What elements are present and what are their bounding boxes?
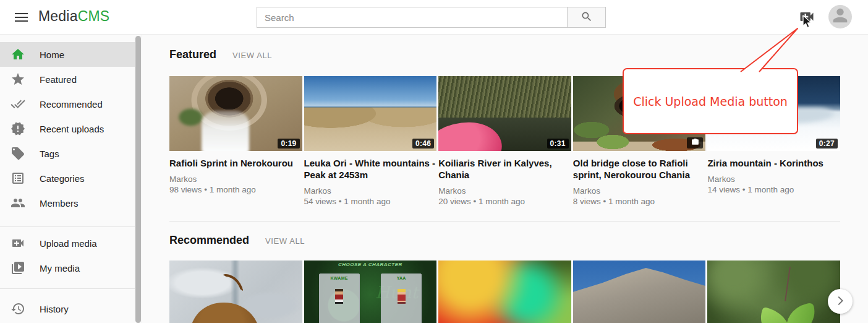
media-card <box>438 261 571 323</box>
media-card: 0:46 Leuka Ori - White mountains - Peak … <box>304 76 437 207</box>
sidebar-item-home[interactable]: Home <box>0 42 135 67</box>
thumb-heading-text: CHOOSE A CHARACTER <box>304 262 437 267</box>
search-input[interactable] <box>257 7 567 28</box>
sidebar-item-label: History <box>40 304 69 314</box>
duration-badge: 0:27 <box>816 139 838 149</box>
tooltip-text: Click Upload Media button <box>633 95 788 108</box>
menu-toggle-button[interactable] <box>9 5 33 30</box>
media-card <box>573 261 706 323</box>
carousel-next-button[interactable] <box>828 289 853 314</box>
media-author: Markos <box>169 174 302 184</box>
sidebar-item-label: Recent uploads <box>40 124 104 134</box>
sidebar-item-upload-media[interactable]: Upload media <box>0 231 135 256</box>
media-author: Markos <box>438 186 571 196</box>
sidebar-item-members[interactable]: Members <box>0 191 135 215</box>
media-card: 0:31 Koiliaris River in Kalyves, Chania … <box>438 76 571 207</box>
media-card: 0:19 Rafioli Sprint in Nerokourou Markos… <box>169 76 302 207</box>
sidebar-item-label: Home <box>40 50 64 60</box>
star-icon <box>11 72 25 87</box>
sidebar-item-label: Categories <box>40 173 85 184</box>
media-author: Markos <box>707 174 840 184</box>
sidebar-divider <box>0 288 135 289</box>
video-thumbnail[interactable]: 0:46 <box>304 76 437 151</box>
sidebar-scrollbar-thumb[interactable] <box>135 36 141 323</box>
sidebar-divider <box>0 226 135 227</box>
tooltip-pointer <box>711 24 816 73</box>
video-thumbnail[interactable]: Hunt CHOOSE A CHARACTER KWAME YAA Select… <box>304 261 437 323</box>
media-card <box>707 261 840 323</box>
video-thumbnail[interactable] <box>169 261 302 323</box>
photo-badge <box>687 137 703 149</box>
video-thumbnail[interactable] <box>573 261 706 323</box>
recommended-cards-row: Hunt CHOOSE A CHARACTER KWAME YAA Select… <box>169 261 840 323</box>
people-icon <box>11 196 25 210</box>
media-author: Markos <box>573 186 706 196</box>
character-panel-left: KWAME <box>319 273 360 323</box>
search-icon <box>581 11 593 25</box>
media-card: Hunt CHOOSE A CHARACTER KWAME YAA Select… <box>304 261 437 323</box>
list-alt-icon <box>11 171 25 186</box>
video-thumbnail[interactable] <box>438 261 571 323</box>
duration-badge: 0:19 <box>278 139 299 149</box>
sidebar-item-recent-uploads[interactable]: Recent uploads <box>0 116 135 141</box>
home-icon <box>11 47 25 62</box>
new-releases-icon <box>11 121 25 136</box>
section-title-recommended: Recommended <box>169 234 249 247</box>
media-meta: 14 views • 1 month ago <box>707 184 840 196</box>
media-title[interactable]: Leuka Ori - White mountains - Peak at 24… <box>304 157 437 181</box>
media-title[interactable]: Rafioli Sprint in Nerokourou <box>169 157 302 169</box>
recommended-section-header: Recommended VIEW ALL <box>169 234 868 248</box>
media-meta: 54 views • 1 month ago <box>304 196 437 207</box>
tooltip-callout: Click Upload Media button <box>623 68 798 134</box>
app-logo[interactable]: MediaCMS <box>38 8 109 25</box>
logo-cms-text: CMS <box>78 8 110 24</box>
video-thumbnail[interactable] <box>707 261 840 323</box>
media-author: Markos <box>304 186 437 196</box>
sidebar-item-label: Recommended <box>40 99 103 110</box>
media-meta: 8 views • 1 month ago <box>573 196 706 207</box>
media-title[interactable]: Koiliaris River in Kalyves, Chania <box>438 157 571 181</box>
video-call-icon <box>11 236 25 251</box>
sidebar-item-tags[interactable]: Tags <box>0 141 135 166</box>
tag-icon <box>11 146 25 161</box>
video-library-icon <box>11 261 25 275</box>
sidebar: Home Featured Recommended Recent uploads… <box>0 35 135 323</box>
sidebar-item-categories[interactable]: Categories <box>0 166 135 191</box>
media-card <box>169 261 302 323</box>
history-icon <box>11 301 25 316</box>
featured-view-all-link[interactable]: VIEW ALL <box>232 51 272 60</box>
camera-icon <box>691 137 699 149</box>
duration-badge: 0:46 <box>412 139 434 149</box>
chevron-right-icon <box>833 294 847 309</box>
search-bar <box>257 7 606 28</box>
sidebar-item-recommended[interactable]: Recommended <box>0 92 135 116</box>
sidebar-item-featured[interactable]: Featured <box>0 67 135 92</box>
double-check-icon <box>11 97 25 111</box>
media-title[interactable]: Ziria mountain - Korinthos <box>707 157 840 169</box>
sidebar-item-my-media[interactable]: My media <box>0 256 135 280</box>
duration-badge: 0:31 <box>547 139 569 149</box>
media-meta: 98 views • 1 month ago <box>169 184 302 196</box>
sidebar-item-history[interactable]: History <box>0 296 135 321</box>
sidebar-item-label: Upload media <box>40 238 97 249</box>
media-title[interactable]: Old bridge close to Rafioli sprint, Nero… <box>573 157 706 181</box>
search-button[interactable] <box>567 7 606 28</box>
sidebar-item-label: My media <box>40 263 80 273</box>
recommended-view-all-link[interactable]: VIEW ALL <box>265 236 305 246</box>
sidebar-scrollbar <box>135 35 142 323</box>
character-panel-right: YAA <box>381 273 422 323</box>
sidebar-item-label: Featured <box>40 74 77 85</box>
media-meta: 20 views • 1 month ago <box>438 196 571 207</box>
sidebar-item-label: Tags <box>40 149 59 159</box>
sidebar-item-label: Members <box>40 198 79 209</box>
video-thumbnail[interactable]: 0:31 <box>438 76 571 151</box>
user-avatar[interactable] <box>828 5 852 28</box>
person-icon <box>830 5 851 28</box>
section-divider <box>169 221 840 222</box>
logo-media-text: Media <box>38 8 78 24</box>
video-thumbnail[interactable]: 0:19 <box>169 76 302 151</box>
section-title-featured: Featured <box>169 48 216 61</box>
